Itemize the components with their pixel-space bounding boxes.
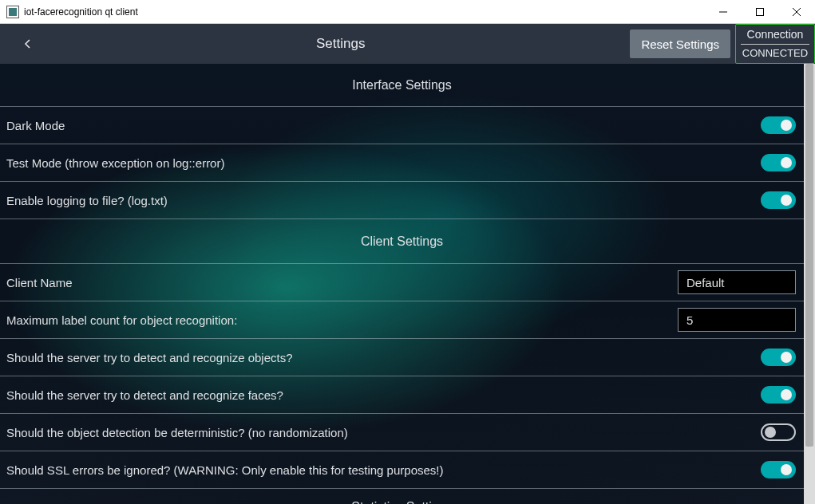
minimize-icon (719, 8, 727, 16)
toggle-deterministic[interactable] (761, 423, 796, 441)
input-max-label-count[interactable] (678, 308, 796, 332)
reset-settings-button[interactable]: Reset Settings (630, 30, 730, 58)
page-title: Settings (56, 24, 625, 64)
svg-rect-1 (757, 8, 764, 15)
maximize-icon (756, 8, 764, 16)
toggle-knob (781, 352, 792, 363)
row-deterministic: Should the object detection be determini… (0, 414, 804, 451)
section-header-interface: Interface Settings (0, 64, 804, 107)
label-deterministic: Should the object detection be determini… (6, 426, 761, 439)
toggle-knob (781, 157, 792, 168)
toggle-detect-faces[interactable] (761, 386, 796, 404)
minimize-button[interactable] (705, 0, 742, 24)
connection-label: Connection (736, 26, 814, 44)
label-dark-mode: Dark Mode (6, 119, 761, 132)
scrollbar-thumb[interactable] (805, 64, 813, 447)
toolbar: Settings Reset Settings Connection CONNE… (0, 24, 815, 64)
toggle-detect-objects[interactable] (761, 348, 796, 366)
close-icon (793, 8, 801, 16)
label-client-name: Client Name (6, 276, 678, 289)
app-icon (6, 6, 19, 18)
label-log-to-file: Enable logging to file? (log.txt) (6, 194, 761, 207)
toggle-knob (781, 464, 792, 475)
label-detect-objects: Should the server try to detect and reco… (6, 351, 761, 364)
row-detect-objects: Should the server try to detect and reco… (0, 339, 804, 376)
row-test-mode: Test Mode (throw exception on log::error… (0, 144, 804, 182)
client-area: Settings Reset Settings Connection CONNE… (0, 24, 815, 504)
toggle-test-mode[interactable] (761, 154, 796, 171)
row-log-to-file: Enable logging to file? (log.txt) (0, 182, 804, 219)
input-client-name[interactable] (678, 270, 796, 294)
label-max-label-count: Maximum label count for object recogniti… (6, 313, 678, 327)
window-titlebar: iot-facerecognition qt client (0, 0, 815, 24)
close-button[interactable] (778, 0, 815, 24)
settings-scroll-area[interactable]: Interface Settings Dark Mode Test Mode (… (0, 64, 804, 504)
connection-status: CONNECTED (736, 45, 814, 62)
toggle-dark-mode[interactable] (761, 116, 796, 134)
row-detect-faces: Should the server try to detect and reco… (0, 376, 804, 414)
connection-status-box: Connection CONNECTED (735, 24, 815, 64)
maximize-button[interactable] (742, 0, 778, 24)
row-ignore-ssl: Should SSL errors be ignored? (WARNING: … (0, 451, 804, 489)
row-max-label-count: Maximum label count for object recogniti… (0, 301, 804, 339)
toggle-knob (781, 120, 792, 131)
back-button[interactable] (0, 24, 56, 64)
toggle-log-to-file[interactable] (761, 191, 796, 209)
row-client-name: Client Name (0, 264, 804, 301)
toggle-knob (781, 195, 792, 206)
label-ignore-ssl: Should SSL errors be ignored? (WARNING: … (6, 463, 761, 477)
section-header-client: Client Settings (0, 219, 804, 264)
window-title: iot-facerecognition qt client (24, 6, 138, 18)
row-dark-mode: Dark Mode (0, 107, 804, 144)
chevron-left-icon (23, 39, 33, 49)
toggle-ignore-ssl[interactable] (761, 461, 796, 478)
toggle-knob (781, 389, 792, 400)
label-test-mode: Test Mode (throw exception on log::error… (6, 156, 761, 170)
toggle-knob (765, 427, 776, 438)
section-header-statistics: Statistics Settings (0, 489, 804, 504)
label-detect-faces: Should the server try to detect and reco… (6, 388, 761, 402)
vertical-scrollbar[interactable] (804, 64, 815, 504)
